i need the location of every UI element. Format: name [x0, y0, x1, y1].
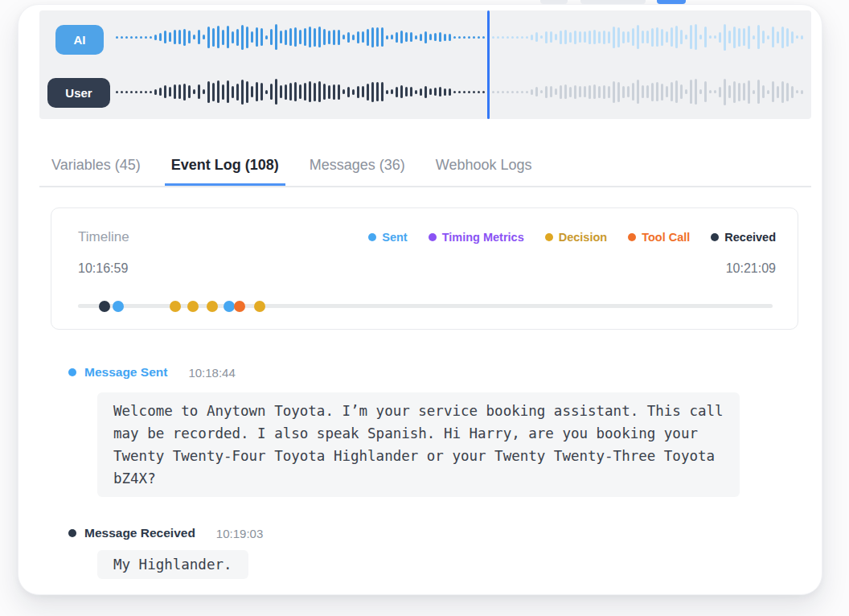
- waveform-bar: [511, 91, 514, 93]
- timeline-marker-received[interactable]: [99, 301, 110, 312]
- ai-waveform[interactable]: [116, 21, 803, 53]
- waveform-bar: [125, 91, 128, 93]
- user-waveform[interactable]: [116, 76, 803, 108]
- waveform-bar: [236, 29, 239, 46]
- event-log-entry[interactable]: Message Sent 10:18:44 Welcome to Anytown…: [68, 364, 740, 497]
- waveform-bar: [342, 35, 345, 39]
- waveform-bar: [468, 91, 470, 93]
- tab-webhook-logs-label: Webhook Logs: [436, 157, 532, 173]
- event-log-entry[interactable]: Message Received 10:19:03 My Highlander.: [68, 525, 263, 579]
- waveform-bar: [241, 25, 244, 50]
- decision-dot-icon: [545, 233, 553, 241]
- waveform-bar: [140, 36, 142, 39]
- playback-position-indicator[interactable]: [487, 10, 490, 119]
- waveform-bar: [719, 32, 721, 43]
- timing-metrics-dot-icon: [429, 233, 437, 241]
- waveform-bar: [145, 36, 147, 39]
- waveform-bar: [516, 36, 519, 39]
- waveform-bar: [323, 29, 326, 45]
- waveform-bar: [429, 88, 432, 95]
- timeline-marker-sent[interactable]: [224, 301, 235, 312]
- waveform-bar: [309, 27, 311, 47]
- timeline-marker-decision[interactable]: [187, 301, 199, 312]
- waveform-bar: [593, 30, 596, 44]
- waveform-bar: [444, 88, 446, 96]
- waveform-bar: [116, 36, 118, 39]
- cutoff-button-1[interactable]: [540, 0, 568, 4]
- waveform-bar: [531, 35, 533, 40]
- timeline-marker-decision[interactable]: [207, 301, 218, 312]
- tab-webhook-logs[interactable]: Webhook Logs: [429, 150, 539, 186]
- waveform-bar: [352, 35, 355, 40]
- waveform-bar: [439, 87, 441, 97]
- waveform-bar: [198, 30, 200, 44]
- user-speaker-badge: User: [47, 78, 110, 108]
- waveform-bar: [304, 83, 306, 101]
- waveform-bar: [449, 88, 451, 96]
- waveform-bar: [666, 31, 668, 43]
- waveform-bar: [728, 31, 731, 43]
- waveform-bar: [323, 84, 326, 100]
- waveform-bar: [714, 90, 716, 93]
- waveform-bar: [646, 85, 649, 98]
- waveform-bar: [410, 87, 412, 97]
- waveform-bar: [777, 86, 779, 98]
- audio-waveform-panel: AI User: [39, 10, 811, 119]
- waveform-bar: [535, 32, 538, 42]
- ai-badge-label: AI: [74, 33, 86, 47]
- waveform-bar: [617, 27, 620, 47]
- waveform-bar: [786, 28, 789, 47]
- waveform-bar: [347, 87, 350, 97]
- waveform-bar: [174, 84, 176, 99]
- tab-variables[interactable]: Variables (45): [45, 150, 147, 186]
- waveform-bar: [352, 89, 355, 95]
- waveform-bar: [743, 28, 745, 46]
- waveform-bar: [338, 84, 340, 100]
- timeline-marker-decision[interactable]: [170, 301, 181, 312]
- timeline-track[interactable]: [78, 304, 773, 308]
- waveform-bar: [704, 27, 707, 47]
- waveform-bar: [270, 84, 273, 100]
- waveform-bar: [704, 81, 707, 102]
- waveform-bar: [260, 83, 263, 101]
- waveform-bar: [574, 85, 576, 99]
- waveform-bar: [159, 88, 162, 96]
- waveform-bar: [656, 27, 658, 47]
- waveform-bar: [627, 31, 630, 43]
- waveform-bar: [333, 84, 335, 100]
- waveform-bar: [453, 36, 456, 39]
- waveform-bar: [463, 36, 466, 39]
- waveform-bar: [762, 85, 765, 98]
- waveform-bar: [391, 89, 393, 94]
- waveform-bar: [791, 86, 794, 98]
- waveform-bar: [492, 91, 494, 93]
- waveform-bar: [362, 31, 364, 43]
- cutoff-button-2[interactable]: [580, 0, 646, 4]
- waveform-bar: [478, 91, 480, 93]
- waveform-bar: [198, 84, 200, 99]
- tab-messages-label: Messages (36): [310, 157, 405, 173]
- event-type-label: Message Sent: [84, 365, 167, 380]
- tab-divider: [39, 186, 811, 187]
- event-timestamp: 10:18:44: [188, 366, 235, 380]
- waveform-bar: [420, 34, 422, 41]
- waveform-bar: [540, 90, 543, 93]
- waveform-bar: [415, 90, 417, 94]
- waveform-bar: [434, 33, 437, 41]
- waveform-bar: [584, 31, 586, 43]
- waveform-bar: [203, 35, 205, 39]
- waveform-bar: [362, 86, 364, 97]
- cutoff-button-active[interactable]: [657, 0, 686, 4]
- timeline-marker-tool-call[interactable]: [234, 301, 245, 312]
- waveform-bar: [724, 24, 726, 51]
- received-dot-icon: [711, 233, 719, 241]
- tab-event-log[interactable]: Event Log (108): [165, 150, 285, 186]
- waveform-bar: [511, 36, 514, 39]
- timeline-marker-sent[interactable]: [113, 301, 124, 312]
- waveform-bar: [603, 31, 605, 44]
- waveform-bar: [507, 36, 509, 39]
- waveform-bar: [193, 35, 195, 39]
- waveform-bar: [482, 91, 485, 93]
- tab-messages[interactable]: Messages (36): [303, 150, 412, 186]
- timeline-marker-decision[interactable]: [254, 301, 265, 312]
